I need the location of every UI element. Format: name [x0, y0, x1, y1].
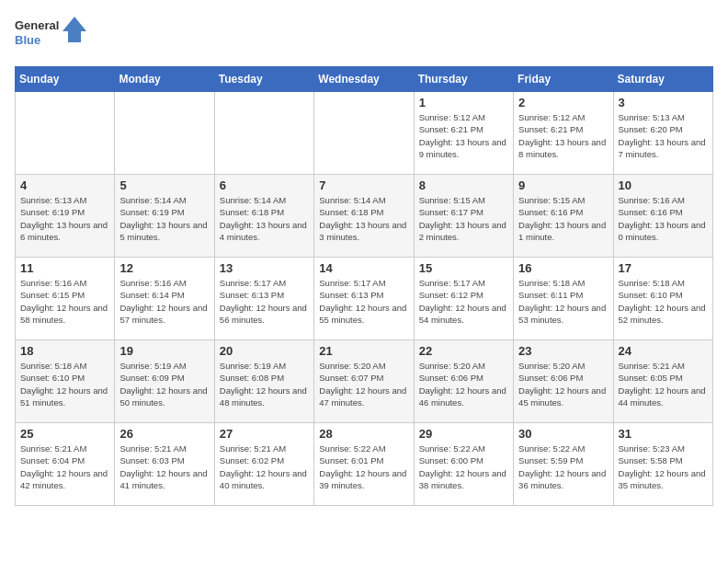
day-number: 30 [518, 427, 608, 441]
day-number: 29 [419, 427, 508, 441]
day-number: 19 [119, 344, 209, 358]
day-info: Sunrise: 5:20 AMSunset: 6:06 PMDaylight:… [419, 360, 508, 408]
day-info: Sunrise: 5:22 AMSunset: 6:00 PMDaylight:… [419, 442, 508, 491]
logo: General Blue [15, 15, 88, 55]
header-wednesday: Wednesday [314, 67, 414, 92]
day-number: 12 [119, 261, 209, 275]
calendar-cell: 7Sunrise: 5:14 AMSunset: 6:18 PMDaylight… [314, 175, 414, 258]
header-friday: Friday [514, 67, 613, 92]
header-tuesday: Tuesday [214, 67, 313, 92]
calendar-cell: 27Sunrise: 5:21 AMSunset: 6:02 PMDayligh… [214, 423, 313, 506]
calendar-cell: 31Sunrise: 5:23 AMSunset: 5:58 PMDayligh… [613, 423, 712, 506]
day-number: 7 [319, 178, 408, 192]
calendar-cell: 3Sunrise: 5:13 AMSunset: 6:20 PMDaylight… [613, 92, 712, 175]
calendar-cell [115, 92, 214, 175]
day-number: 10 [619, 178, 708, 192]
day-number: 8 [419, 178, 508, 192]
day-number: 9 [518, 178, 608, 192]
header-sunday: Sunday [16, 67, 115, 92]
calendar-cell: 2Sunrise: 5:12 AMSunset: 6:21 PMDaylight… [514, 92, 613, 175]
day-number: 6 [220, 178, 309, 192]
day-info: Sunrise: 5:21 AMSunset: 6:02 PMDaylight:… [220, 442, 309, 491]
calendar-cell: 16Sunrise: 5:18 AMSunset: 6:11 PMDayligh… [514, 258, 613, 340]
day-info: Sunrise: 5:20 AMSunset: 6:06 PMDaylight:… [518, 360, 608, 408]
day-number: 11 [20, 261, 109, 275]
day-info: Sunrise: 5:21 AMSunset: 6:04 PMDaylight:… [20, 442, 109, 491]
calendar-cell: 13Sunrise: 5:17 AMSunset: 6:13 PMDayligh… [214, 258, 313, 340]
day-info: Sunrise: 5:12 AMSunset: 6:21 PMDaylight:… [419, 111, 508, 160]
day-number: 4 [20, 178, 109, 192]
calendar-cell: 30Sunrise: 5:22 AMSunset: 5:59 PMDayligh… [514, 423, 613, 506]
day-info: Sunrise: 5:13 AMSunset: 6:20 PMDaylight:… [619, 111, 708, 160]
day-number: 3 [619, 96, 708, 109]
day-info: Sunrise: 5:22 AMSunset: 6:01 PMDaylight:… [319, 442, 408, 491]
page-header: General Blue [15, 15, 713, 55]
calendar-week-1: 1Sunrise: 5:12 AMSunset: 6:21 PMDaylight… [16, 92, 713, 175]
calendar-cell: 15Sunrise: 5:17 AMSunset: 6:12 PMDayligh… [414, 258, 513, 340]
day-info: Sunrise: 5:20 AMSunset: 6:07 PMDaylight:… [319, 360, 408, 408]
day-number: 1 [419, 96, 508, 109]
day-info: Sunrise: 5:14 AMSunset: 6:19 PMDaylight:… [119, 194, 209, 243]
day-number: 2 [518, 96, 608, 109]
calendar-cell: 28Sunrise: 5:22 AMSunset: 6:01 PMDayligh… [314, 423, 414, 506]
day-info: Sunrise: 5:14 AMSunset: 6:18 PMDaylight:… [319, 194, 408, 243]
day-info: Sunrise: 5:13 AMSunset: 6:19 PMDaylight:… [20, 194, 109, 243]
day-info: Sunrise: 5:16 AMSunset: 6:16 PMDaylight:… [619, 194, 708, 243]
svg-text:General: General [15, 18, 59, 32]
day-number: 25 [20, 427, 109, 441]
svg-text:Blue: Blue [15, 33, 40, 47]
day-number: 28 [319, 427, 408, 441]
calendar-cell: 29Sunrise: 5:22 AMSunset: 6:00 PMDayligh… [414, 423, 513, 506]
day-info: Sunrise: 5:14 AMSunset: 6:18 PMDaylight:… [220, 194, 309, 243]
calendar-week-3: 11Sunrise: 5:16 AMSunset: 6:15 PMDayligh… [16, 258, 713, 340]
day-info: Sunrise: 5:18 AMSunset: 6:10 PMDaylight:… [619, 277, 708, 326]
calendar-cell: 1Sunrise: 5:12 AMSunset: 6:21 PMDaylight… [414, 92, 513, 175]
day-info: Sunrise: 5:15 AMSunset: 6:16 PMDaylight:… [518, 194, 608, 243]
calendar-cell: 5Sunrise: 5:14 AMSunset: 6:19 PMDaylight… [115, 175, 214, 258]
day-number: 13 [220, 261, 309, 275]
day-info: Sunrise: 5:21 AMSunset: 6:05 PMDaylight:… [619, 360, 708, 408]
calendar-cell: 21Sunrise: 5:20 AMSunset: 6:07 PMDayligh… [314, 340, 414, 423]
calendar-cell: 26Sunrise: 5:21 AMSunset: 6:03 PMDayligh… [115, 423, 214, 506]
calendar-table: SundayMondayTuesdayWednesdayThursdayFrid… [15, 66, 713, 506]
day-number: 5 [119, 178, 209, 192]
day-info: Sunrise: 5:22 AMSunset: 5:59 PMDaylight:… [518, 442, 608, 491]
calendar-cell: 14Sunrise: 5:17 AMSunset: 6:13 PMDayligh… [314, 258, 414, 340]
day-number: 23 [518, 344, 608, 358]
calendar-cell [214, 92, 313, 175]
day-number: 18 [20, 344, 109, 358]
day-info: Sunrise: 5:16 AMSunset: 6:15 PMDaylight:… [20, 277, 109, 326]
day-number: 27 [220, 427, 309, 441]
calendar-cell: 17Sunrise: 5:18 AMSunset: 6:10 PMDayligh… [613, 258, 712, 340]
calendar-cell: 8Sunrise: 5:15 AMSunset: 6:17 PMDaylight… [414, 175, 513, 258]
header-saturday: Saturday [613, 67, 712, 92]
calendar-cell: 20Sunrise: 5:19 AMSunset: 6:08 PMDayligh… [214, 340, 313, 423]
day-number: 15 [419, 261, 508, 275]
day-number: 22 [419, 344, 508, 358]
day-info: Sunrise: 5:17 AMSunset: 6:13 PMDaylight:… [319, 277, 408, 326]
day-number: 31 [619, 427, 708, 441]
calendar-cell: 9Sunrise: 5:15 AMSunset: 6:16 PMDaylight… [514, 175, 613, 258]
calendar-header-row: SundayMondayTuesdayWednesdayThursdayFrid… [16, 67, 713, 92]
day-info: Sunrise: 5:16 AMSunset: 6:14 PMDaylight:… [119, 277, 209, 326]
day-number: 26 [119, 427, 209, 441]
day-info: Sunrise: 5:12 AMSunset: 6:21 PMDaylight:… [518, 111, 608, 160]
header-monday: Monday [115, 67, 214, 92]
day-number: 20 [220, 344, 309, 358]
calendar-cell: 23Sunrise: 5:20 AMSunset: 6:06 PMDayligh… [514, 340, 613, 423]
calendar-cell [16, 92, 115, 175]
calendar-cell: 11Sunrise: 5:16 AMSunset: 6:15 PMDayligh… [16, 258, 115, 340]
day-info: Sunrise: 5:18 AMSunset: 6:11 PMDaylight:… [518, 277, 608, 326]
day-number: 17 [619, 261, 708, 275]
calendar-cell: 19Sunrise: 5:19 AMSunset: 6:09 PMDayligh… [115, 340, 214, 423]
calendar-cell: 22Sunrise: 5:20 AMSunset: 6:06 PMDayligh… [414, 340, 513, 423]
calendar-cell: 4Sunrise: 5:13 AMSunset: 6:19 PMDaylight… [16, 175, 115, 258]
svg-marker-2 [63, 17, 86, 42]
day-info: Sunrise: 5:19 AMSunset: 6:08 PMDaylight:… [220, 360, 309, 408]
day-info: Sunrise: 5:17 AMSunset: 6:13 PMDaylight:… [220, 277, 309, 326]
day-info: Sunrise: 5:18 AMSunset: 6:10 PMDaylight:… [20, 360, 109, 408]
calendar-cell: 24Sunrise: 5:21 AMSunset: 6:05 PMDayligh… [613, 340, 712, 423]
calendar-cell: 10Sunrise: 5:16 AMSunset: 6:16 PMDayligh… [613, 175, 712, 258]
day-info: Sunrise: 5:15 AMSunset: 6:17 PMDaylight:… [419, 194, 508, 243]
calendar-cell: 12Sunrise: 5:16 AMSunset: 6:14 PMDayligh… [115, 258, 214, 340]
